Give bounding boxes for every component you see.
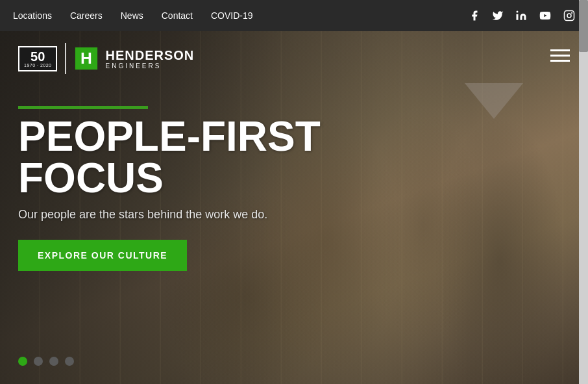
hero-subtext: Our people are the stars behind the work… (18, 208, 321, 222)
social-links (469, 10, 575, 21)
svg-point-3 (567, 14, 571, 18)
twitter-icon[interactable] (492, 10, 504, 21)
slide-dot-4[interactable] (65, 357, 74, 366)
accent-bar (18, 106, 148, 109)
svg-point-4 (572, 13, 572, 14)
logo-50-number: 50 (24, 50, 51, 63)
slide-dot-2[interactable] (34, 357, 43, 366)
logo-years: 1970 · 2020 (24, 63, 51, 68)
nav-news[interactable]: News (121, 10, 143, 21)
hero-headline: PEOPLE-FIRST FOCUS (18, 116, 321, 199)
scrollbar[interactable] (579, 0, 588, 384)
nav-links: Locations Careers News Contact COVID-19 (13, 10, 253, 21)
logo-area: 50 1970 · 2020 H HENDERSON ENGINEERS (18, 43, 194, 74)
hero-section: 50 1970 · 2020 H HENDERSON ENGINEERS PEO… (0, 31, 588, 384)
hero-headline-line1: PEOPLE-FIRST (18, 113, 321, 160)
logo-divider (65, 43, 66, 74)
triangle-decoration (465, 83, 523, 119)
scrollbar-thumb[interactable] (579, 0, 588, 52)
logo-50-badge: 50 1970 · 2020 (18, 46, 57, 71)
logo-text-block: HENDERSON ENGINEERS (105, 48, 194, 70)
svg-text:H: H (81, 49, 93, 67)
company-subtitle: ENGINEERS (105, 62, 194, 70)
hamburger-line-2 (550, 55, 570, 57)
slide-indicators (18, 357, 74, 366)
nav-locations[interactable]: Locations (13, 10, 52, 21)
youtube-icon[interactable] (539, 10, 552, 21)
linkedin-icon[interactable] (515, 10, 527, 21)
hamburger-line-1 (550, 49, 570, 51)
hamburger-menu[interactable] (545, 44, 575, 67)
instagram-icon[interactable] (563, 10, 575, 21)
nav-careers[interactable]: Careers (70, 10, 103, 21)
hero-content: PEOPLE-FIRST FOCUS Our people are the st… (18, 116, 321, 271)
logo-henderson[interactable]: H HENDERSON ENGINEERS (74, 46, 194, 71)
top-navigation: Locations Careers News Contact COVID-19 (0, 0, 588, 31)
nav-contact[interactable]: Contact (162, 10, 193, 21)
nav-covid19[interactable]: COVID-19 (211, 10, 253, 21)
svg-point-0 (517, 11, 519, 13)
company-name: HENDERSON (105, 48, 194, 62)
svg-rect-2 (565, 11, 574, 21)
hamburger-line-3 (550, 60, 570, 62)
henderson-h-icon: H (74, 46, 99, 71)
facebook-icon[interactable] (469, 10, 480, 21)
slide-dot-3[interactable] (49, 357, 58, 366)
slide-dot-1[interactable] (18, 357, 27, 366)
hero-headline-line2: FOCUS (18, 155, 164, 201)
cta-button[interactable]: EXPLORE OUR CULTURE (18, 240, 187, 271)
